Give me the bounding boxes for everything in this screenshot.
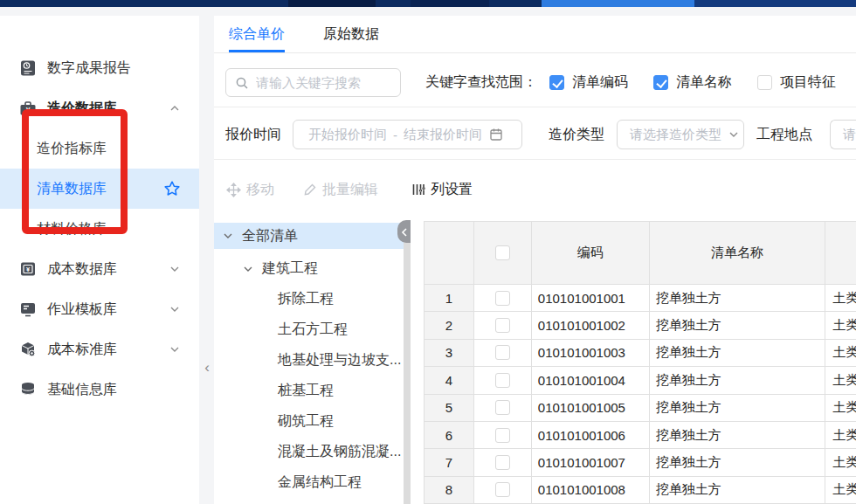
move-label: 移动 [246,181,274,199]
tree-node-foundation-treatment[interactable]: 地基处理与边坡支... [214,345,404,376]
scope-option-project-feature[interactable]: 项目特征 [757,73,836,92]
table-row[interactable]: 2 010101001002 挖单独土方 土类别 [425,312,856,339]
tree-node-label: 砌筑工程 [278,412,334,431]
sidebar-item-template-library[interactable]: 作业模板库 [0,289,199,329]
tree-collapse-handle[interactable] [397,220,411,243]
checkbox-list-name[interactable] [653,75,668,90]
sidebar-item-label: 材料价格库 [37,220,107,238]
report-icon [19,59,37,77]
quote-time-label: 报价时间 [225,114,281,155]
row-index: 2 [425,312,474,339]
svg-text:¥: ¥ [26,106,31,114]
column-settings-button[interactable]: 列设置 [411,181,473,199]
bullet-dot [23,146,28,151]
batch-edit-label: 批量编辑 [322,181,378,199]
cell-extra: 土类别 [825,422,856,449]
scope-option-list-code[interactable]: 清单编码 [549,73,628,92]
cell-extra: 土类别 [825,367,856,394]
sidebar-item-label: 数字成果报告 [47,59,131,78]
table-row[interactable]: 1 010101001001 挖单独土方 土类别 [425,285,856,312]
chevron-down-icon[interactable] [243,264,253,274]
sidebar-item-price-database[interactable]: ¥ 造价数据库 [0,88,199,128]
cell-code: 010101001002 [532,312,650,339]
select-all-checkbox[interactable] [495,245,510,260]
checkbox-project-feature[interactable] [757,75,772,90]
cost-database-icon: ¥ [19,260,37,278]
sidebar-collapse-handle[interactable]: ‹ [200,356,214,379]
table-row[interactable]: 8 010101001008 挖单独土方 土类别 [425,477,856,504]
cell-name: 挖单独土方 [650,285,826,312]
cell-code: 010101001003 [532,340,650,367]
bullet-dot [23,226,28,231]
sidebar-item-list-database[interactable]: 清单数据库 [0,169,199,209]
row-checkbox[interactable] [495,400,510,415]
table-row[interactable]: 3 010101001003 挖单独土方 土类别 [425,340,856,367]
chevron-down-icon[interactable] [169,264,180,274]
sidebar-item-label: 成本标准库 [47,341,117,359]
list-data-table: 编码 清单名称 1 010101001001 挖单独土方 土类别 2 01010… [424,221,856,504]
tree-node-demolition[interactable]: 拆除工程 [214,284,404,314]
row-checkbox[interactable] [495,318,510,333]
scope-option-list-name[interactable]: 清单名称 [653,73,732,92]
chevron-down-icon[interactable] [169,344,180,355]
row-checkbox[interactable] [495,428,510,443]
chevron-up-icon[interactable] [169,103,180,114]
cell-name: 挖单独土方 [650,449,826,476]
sidebar-item-digital-report[interactable]: 数字成果报告 [0,48,199,88]
category-tree: 全部清单 建筑工程 拆除工程 土石方工程 地基处理与边坡支... 桩基工程 砌筑… [214,223,404,504]
sidebar-item-base-info-library[interactable]: 基础信息库 [0,369,199,410]
cell-name: 挖单独土方 [650,340,826,367]
chevron-down-icon[interactable] [223,231,233,241]
tab-composite-unit-price[interactable]: 综合单价 [229,16,285,52]
sidebar-item-cost-standard-library[interactable]: 成本标准库 [0,329,199,369]
cost-type-select[interactable]: 请选择造价类型 [617,120,744,149]
tree-node-all-lists[interactable]: 全部清单 [214,223,404,249]
tree-node-label: 全部清单 [242,227,298,245]
sidebar-item-cost-database[interactable]: ¥ 成本数据库 [0,249,199,289]
table-row[interactable]: 4 010101001004 挖单独土方 土类别 [425,367,856,394]
cell-extra: 土类别 [825,285,856,312]
header-index [425,222,474,285]
keyword-search-box[interactable] [225,68,401,97]
search-input[interactable] [256,75,400,90]
tab-original-data[interactable]: 原始数据 [323,16,379,52]
topbar-segment [411,0,489,7]
cell-extra: 土类别 [825,312,856,339]
move-button[interactable]: 移动 [226,181,274,199]
table-row[interactable]: 5 010101001005 挖单独土方 土类别 [425,395,856,422]
cell-name: 挖单独土方 [650,395,826,422]
chevron-down-icon[interactable] [169,304,180,314]
tree-node-pile-foundation[interactable]: 桩基工程 [214,376,404,406]
row-checkbox[interactable] [495,482,510,497]
batch-edit-button[interactable]: 批量编辑 [303,181,378,199]
tree-table-splitter[interactable] [404,223,411,504]
row-checkbox[interactable] [495,455,510,470]
tree-node-building-engineering[interactable]: 建筑工程 [214,253,404,284]
bullet-dot [23,186,28,191]
sidebar-item-label: 造价数据库 [47,100,117,118]
cost-type-placeholder: 请选择造价类型 [630,127,721,143]
project-location-select[interactable]: 请选 [830,120,856,149]
sidebar-item-price-index-library[interactable]: 造价指标库 [0,128,199,169]
tree-node-concrete[interactable]: 混凝土及钢筋混凝... [214,437,404,467]
row-index: 3 [425,340,474,367]
tree-node-earthwork[interactable]: 土石方工程 [214,314,404,345]
cell-code: 010101001006 [532,422,650,449]
cell-code: 010101001008 [532,477,650,504]
table-row[interactable]: 7 010101001007 挖单独土方 土类别 [425,449,856,476]
cell-code: 010101001004 [532,367,650,394]
star-icon[interactable] [162,179,182,198]
checkbox-list-code[interactable] [549,75,564,90]
row-index: 4 [425,367,474,394]
row-checkbox[interactable] [495,345,510,360]
cost-standard-icon [19,341,37,358]
tree-node-masonry[interactable]: 砌筑工程 [214,406,404,437]
table-row[interactable]: 6 010101001006 挖单独土方 土类别 [425,422,856,449]
topbar-segment [288,0,376,7]
sidebar-item-material-price-library[interactable]: 材料价格库 [0,209,199,249]
quote-time-range-picker[interactable]: 开始报价时间 - 结束报价时间 [293,120,522,149]
row-checkbox[interactable] [495,373,510,388]
chevron-left-icon [401,228,408,237]
row-checkbox[interactable] [495,291,510,306]
tree-node-metal-structure[interactable]: 金属结构工程 [214,467,404,498]
